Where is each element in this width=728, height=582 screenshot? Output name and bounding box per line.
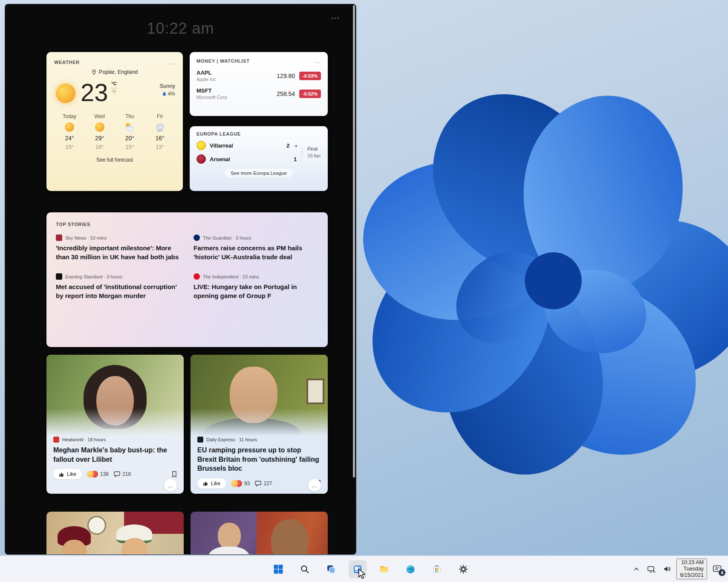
comments-button[interactable]: 227 bbox=[255, 481, 272, 486]
stock-change-badge: -0.52% bbox=[299, 90, 321, 98]
see-more-europa-league-link[interactable]: See more Europa League bbox=[225, 169, 293, 177]
stock-row-msft[interactable]: MSFT Microsoft Corp 258.54 -0.52% bbox=[196, 87, 321, 100]
thumbs-up-icon bbox=[203, 481, 208, 486]
weather-widget[interactable]: WEATHER … Poplar, England 23 bbox=[46, 52, 183, 191]
bookmark-button[interactable] bbox=[172, 471, 177, 478]
sports-widget[interactable]: EUROPA LEAGUE Villarreal 2 ◂ bbox=[190, 126, 328, 191]
unit-toggle[interactable]: °C °F bbox=[111, 81, 118, 94]
microsoft-store-button[interactable] bbox=[428, 560, 446, 578]
card-more-button[interactable]: … bbox=[164, 479, 177, 492]
news-card-meghan[interactable]: Heatworld · 18 hours Meghan Markle's bab… bbox=[46, 355, 184, 494]
story-item-evening-standard[interactable]: Evening Standard · 3 hours Met accused o… bbox=[56, 273, 181, 300]
volume-button[interactable] bbox=[661, 563, 674, 575]
card-more-button[interactable]: … bbox=[308, 479, 321, 492]
evening-standard-favicon-icon bbox=[56, 273, 62, 280]
taskbar-clock[interactable]: 10:23 AM Tuesday 6/15/2021 bbox=[676, 559, 707, 580]
match-status: Final bbox=[307, 146, 321, 151]
money-more-button[interactable]: … bbox=[314, 58, 321, 64]
weather-location[interactable]: Poplar, England bbox=[54, 69, 175, 75]
forecast-high: 24° bbox=[65, 135, 74, 142]
weather-title: WEATHER bbox=[54, 60, 80, 65]
search-icon bbox=[300, 565, 309, 574]
story-item-independent[interactable]: The Independent · 23 mins LIVE: Hungary … bbox=[194, 273, 318, 300]
story-item-guardian[interactable]: The Guardian · 3 hours Farmers raise con… bbox=[194, 235, 318, 261]
notification-count-badge: 4 bbox=[719, 569, 725, 576]
widgets-top-row: WEATHER … Poplar, England 23 bbox=[46, 52, 328, 191]
see-full-forecast-link[interactable]: See full forecast bbox=[96, 157, 133, 163]
widgets-button[interactable] bbox=[349, 560, 367, 578]
photo-shape bbox=[257, 512, 328, 555]
forecast-day-today[interactable]: Today 24° 15° bbox=[58, 113, 81, 150]
heatworld-favicon-icon bbox=[53, 437, 59, 443]
store-icon bbox=[432, 564, 442, 574]
photo-shape bbox=[271, 519, 309, 555]
story-meta-label: Evening Standard · 3 hours bbox=[65, 274, 122, 279]
panel-more-button[interactable]: … bbox=[330, 11, 341, 20]
precipitation-label: 4% bbox=[168, 91, 175, 97]
reactions-cluster[interactable]: 138 bbox=[87, 471, 109, 478]
forecast-day-thu[interactable]: Thu 20° 1 bbox=[118, 113, 142, 150]
like-button[interactable]: Like bbox=[53, 469, 82, 479]
reactions-cluster[interactable]: 93 bbox=[231, 480, 250, 487]
news-card-partial-right[interactable] bbox=[191, 512, 328, 555]
money-widget[interactable]: MONEY | WATCHLIST … AAPL Apple Inc 129.8… bbox=[190, 52, 328, 116]
forecast-day-fri[interactable]: Fri bbox=[148, 113, 172, 150]
condition-label: Sunny bbox=[159, 83, 175, 89]
match-home-team: Villarreal 2 ◂ bbox=[196, 141, 297, 150]
speaker-icon bbox=[663, 565, 671, 573]
weather-more-button[interactable]: … bbox=[168, 59, 176, 65]
sports-title: EUROPA LEAGUE bbox=[196, 131, 241, 136]
independent-favicon-icon bbox=[194, 273, 200, 280]
like-label: Like bbox=[67, 471, 76, 477]
start-button[interactable] bbox=[269, 560, 287, 578]
bookmark-icon bbox=[172, 471, 177, 478]
location-pin-icon bbox=[92, 69, 96, 75]
arsenal-crest-icon bbox=[196, 154, 206, 164]
stock-row-aapl[interactable]: AAPL Apple Inc 129.80 -0.53% bbox=[196, 69, 321, 82]
match-date: 29 Apr bbox=[307, 153, 321, 158]
edge-browser-button[interactable] bbox=[402, 560, 419, 578]
widgets-panel: 10:22 am … WEATHER … Poplar, England bbox=[5, 4, 356, 555]
network-status-button[interactable] bbox=[644, 563, 658, 576]
story-headline: LIVE: Hungary take on Portugal in openin… bbox=[194, 283, 318, 300]
forecast-day-label: Thu bbox=[125, 113, 134, 119]
smiley-emoji-icon bbox=[231, 480, 238, 487]
clock-day: Tuesday bbox=[680, 566, 704, 572]
story-headline: Met accused of 'institutional corruption… bbox=[56, 283, 181, 300]
edge-icon bbox=[405, 564, 416, 574]
top-stories-widget: TOP STORIES Sky News · 53 mins 'Incredib… bbox=[46, 212, 328, 347]
network-icon bbox=[647, 565, 656, 573]
task-view-button[interactable] bbox=[322, 560, 340, 578]
forecast-day-wed[interactable]: Wed 29° 18° bbox=[88, 113, 112, 150]
unit-divider bbox=[111, 88, 118, 88]
forecast-low: 13° bbox=[156, 144, 164, 150]
file-explorer-button[interactable] bbox=[375, 560, 393, 578]
stock-change-badge: -0.53% bbox=[299, 72, 321, 80]
panel-scrollbar[interactable] bbox=[353, 5, 355, 478]
file-explorer-icon bbox=[379, 564, 389, 574]
like-button[interactable]: Like bbox=[197, 478, 226, 489]
unit-celsius[interactable]: °C bbox=[111, 81, 116, 87]
news-card-brexit[interactable]: Daily Express · 11 hours EU ramping pres… bbox=[191, 355, 328, 494]
forecast-high: 20° bbox=[125, 135, 134, 142]
team-score: 1 bbox=[294, 156, 297, 162]
comments-button[interactable]: 218 bbox=[114, 471, 131, 477]
stock-symbol: MSFT bbox=[196, 87, 227, 94]
tray-overflow-chevron-button[interactable] bbox=[631, 564, 642, 574]
clock-date: 6/15/2021 bbox=[680, 572, 704, 579]
rainy-icon bbox=[154, 122, 165, 132]
news-card-partial-left[interactable] bbox=[46, 512, 184, 555]
story-item-sky-news[interactable]: Sky News · 53 mins 'Incredibly important… bbox=[56, 235, 181, 261]
settings-button[interactable] bbox=[454, 560, 472, 578]
photo-shape bbox=[208, 547, 250, 555]
comment-count: 227 bbox=[263, 481, 272, 486]
stock-symbol: AAPL bbox=[196, 69, 216, 76]
forecast-high: 29° bbox=[95, 135, 104, 142]
notification-center-button[interactable]: 4 bbox=[710, 562, 725, 576]
forecast-day-label: Wed bbox=[94, 113, 104, 119]
sky-news-favicon-icon bbox=[56, 235, 62, 241]
news-headline: Meghan Markle's baby bust-up: the fallou… bbox=[53, 446, 177, 464]
search-button[interactable] bbox=[296, 560, 314, 578]
unit-fahrenheit[interactable]: °F bbox=[112, 89, 116, 94]
rain-droplet-icon bbox=[162, 91, 166, 96]
